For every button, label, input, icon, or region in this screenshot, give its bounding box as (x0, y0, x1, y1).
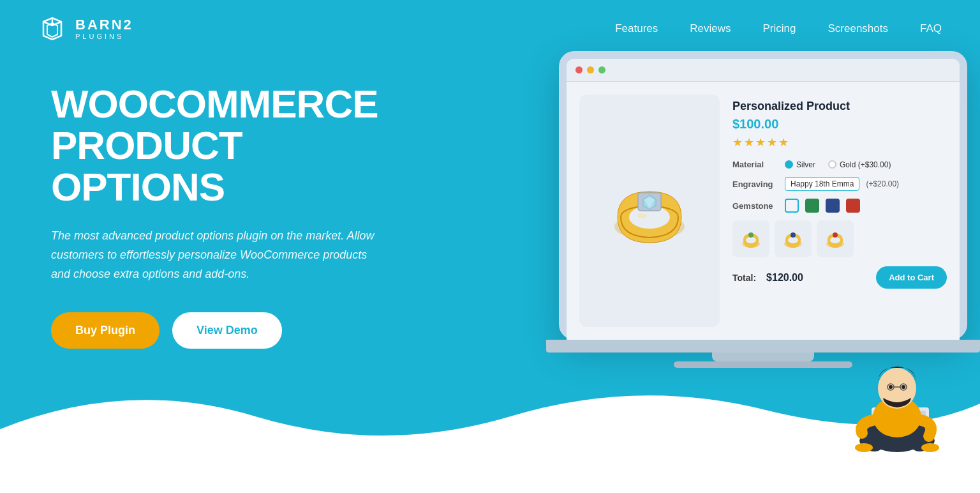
product-details: Personalized Product $100.00 ★★★★★ Mater… (732, 95, 947, 327)
dot-green (598, 66, 605, 73)
nav-reviews[interactable]: Reviews (690, 22, 731, 35)
svg-point-25 (889, 385, 893, 389)
silver-radio[interactable]: Silver (785, 160, 815, 169)
gemstone-red[interactable] (846, 199, 860, 213)
gemstone-clear[interactable] (785, 199, 799, 213)
person-illustration (833, 299, 961, 455)
thumb-2[interactable] (775, 220, 812, 257)
nav-faq[interactable]: FAQ (920, 22, 942, 35)
silver-radio-dot (785, 160, 793, 169)
thumb-ring-2 (780, 226, 806, 252)
nav-features[interactable]: Features (615, 22, 658, 35)
thumbnail-row (732, 220, 947, 257)
svg-point-26 (902, 385, 905, 389)
product-image-area (579, 95, 720, 327)
svg-point-21 (921, 443, 939, 452)
gold-radio-dot (828, 160, 836, 169)
laptop-screen: Personalized Product $100.00 ★★★★★ Mater… (567, 59, 960, 340)
buy-plugin-button[interactable]: Buy Plugin (51, 312, 160, 349)
material-option-row: Material Silver Gold (+$30.00) (732, 160, 947, 169)
engraving-input[interactable]: Happy 18th Emma (785, 177, 859, 191)
browser-toolbar (567, 59, 960, 82)
logo[interactable]: BARN2 PLUGINS (38, 14, 133, 43)
header: BARN2 PLUGINS Features Reviews Pricing S… (0, 0, 980, 57)
dot-red (575, 66, 583, 73)
thumb-1[interactable] (732, 220, 769, 257)
hero-title: WOOCOMMERCE PRODUCT OPTIONS (51, 83, 421, 208)
svg-point-16 (833, 232, 838, 238)
barn2-logo-icon (38, 14, 68, 43)
nav-screenshots[interactable]: Screenshots (828, 22, 888, 35)
hero-subtitle: The most advanced product options plugin… (51, 227, 383, 284)
total-row: Total: $120.00 Add to Cart (732, 266, 947, 289)
total-value: $120.00 (766, 272, 803, 284)
svg-point-15 (830, 237, 840, 243)
svg-point-12 (788, 237, 798, 243)
thumb-ring-3 (822, 226, 848, 252)
gemstone-option-row: Gemstone (732, 199, 947, 213)
laptop-screen-outer: Personalized Product $100.00 ★★★★★ Mater… (559, 51, 967, 340)
product-ring-image (598, 160, 701, 262)
logo-plugins: PLUGINS (75, 33, 133, 40)
view-demo-button[interactable]: View Demo (172, 312, 282, 349)
logo-text: BARN2 PLUGINS (75, 17, 133, 40)
svg-point-7 (637, 213, 647, 218)
dot-yellow (587, 66, 594, 73)
svg-point-9 (746, 237, 756, 243)
svg-point-20 (855, 443, 873, 452)
laptop-stand (712, 353, 814, 361)
product-price: $100.00 (732, 117, 947, 132)
laptop-foot (674, 361, 852, 368)
engraving-option-row: Engraving Happy 18th Emma (+$20.00) (732, 177, 947, 191)
logo-barn2: BARN2 (75, 17, 133, 33)
product-stars: ★★★★★ (732, 135, 947, 149)
engraving-label: Engraving (732, 179, 778, 189)
gemstone-blue[interactable] (826, 199, 840, 213)
total-label: Total: (732, 273, 756, 283)
gemstone-label: Gemstone (732, 201, 778, 211)
material-label: Material (732, 160, 778, 169)
hero-content: WOOCOMMERCE PRODUCT OPTIONS The most adv… (51, 83, 421, 349)
add-to-cart-button[interactable]: Add to Cart (876, 266, 947, 289)
engraving-addon: (+$20.00) (866, 179, 899, 188)
thumb-3[interactable] (817, 220, 854, 257)
gold-radio[interactable]: Gold (+$30.00) (828, 160, 891, 169)
hero-buttons: Buy Plugin View Demo (51, 312, 421, 349)
main-nav: Features Reviews Pricing Screenshots FAQ (615, 22, 942, 35)
svg-point-13 (791, 232, 796, 238)
nav-pricing[interactable]: Pricing (763, 22, 796, 35)
product-title: Personalized Product (732, 100, 947, 113)
person-svg (833, 299, 961, 452)
gemstone-green[interactable] (805, 199, 819, 213)
thumb-ring-1 (738, 226, 764, 252)
svg-point-10 (748, 232, 754, 238)
